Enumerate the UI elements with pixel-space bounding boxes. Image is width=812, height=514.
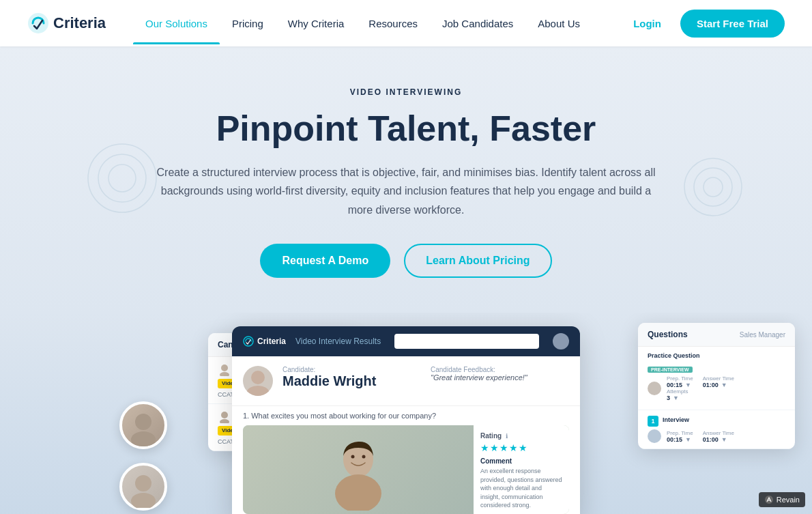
feedback-section: Candidate Feedback: "Great interview exp… — [431, 366, 569, 396]
interview-number: 1 — [648, 416, 658, 427]
nav-resources[interactable]: Resources — [356, 3, 430, 44]
rating-info-icon: ℹ — [506, 433, 508, 440]
questions-role: Sales Manager — [740, 331, 785, 339]
prep-time-group: Prep. Time 00:15 ▼ — [667, 375, 693, 388]
answer-chevron-2: ▼ — [721, 436, 727, 443]
hero-title: Pinpoint Talent, Faster — [27, 109, 785, 148]
screenshots-area: Candidate Results Sanjay Patel In Range … — [0, 313, 812, 514]
svg-point-14 — [220, 419, 229, 423]
hero-section: VIDEO INTERVIEWING Pinpoint Talent, Fast… — [0, 46, 812, 313]
rating-row: Rating ℹ — [480, 432, 562, 440]
candidate-video-image — [317, 429, 399, 511]
svg-point-12 — [220, 372, 229, 376]
candidate-avatar-1 — [218, 362, 231, 376]
decorative-circles-right — [679, 153, 747, 224]
criteria-logo-icon — [27, 12, 49, 34]
candidate-label: Candidate: — [282, 366, 421, 373]
questions-card-header: Questions Sales Manager — [638, 323, 795, 347]
answer-time-group-1: Answer Time 01:00 ▼ — [703, 375, 734, 388]
attempts-label: Attempts — [667, 388, 734, 395]
revain-icon — [764, 495, 774, 504]
comment-text: An excellent response provided, question… — [480, 467, 562, 510]
interview-label: Interview — [663, 416, 689, 423]
prep-time-chevron: ▼ — [685, 382, 691, 388]
interview-question: 1. What excites you most about working f… — [232, 405, 580, 425]
navbar: Criteria Our Solutions Pricing Why Crite… — [0, 0, 812, 46]
start-free-trial-button[interactable]: Start Free Trial — [680, 10, 785, 38]
svg-point-16 — [251, 371, 265, 384]
card-logo-text: Criteria — [257, 337, 286, 346]
prep-chevron-2: ▼ — [685, 436, 691, 443]
svg-point-15 — [244, 337, 253, 346]
svg-point-1 — [88, 144, 156, 212]
hero-description: Create a structured interview process th… — [154, 163, 658, 219]
svg-point-19 — [335, 474, 381, 511]
hero-buttons: Request A Demo Learn About Pricing — [27, 244, 785, 278]
feedback-text: "Great interview experience!" — [431, 373, 569, 382]
interview-time-row: Prep. Time 00:15 ▼ Answer Time 01:00 ▼ — [667, 430, 734, 443]
revain-label: Revain — [777, 496, 800, 504]
questions-card: Questions Sales Manager Practice Questio… — [638, 323, 795, 449]
answer-time-chevron-1: ▼ — [721, 382, 727, 388]
nav-links: Our Solutions Pricing Why Criteria Resou… — [133, 3, 625, 44]
star-rating: ★★★★★ — [480, 442, 562, 453]
nav-right-actions: Login Start Free Trial — [625, 10, 785, 38]
feedback-label: Candidate Feedback: — [431, 366, 569, 373]
answer-time-value-1: 01:00 — [703, 382, 719, 388]
answer-time-group-2: Answer Time 01:00 ▼ — [703, 430, 734, 443]
answer-time-value-2: 01:00 — [703, 436, 719, 443]
svg-point-0 — [28, 13, 48, 33]
nav-our-solutions[interactable]: Our Solutions — [133, 3, 220, 44]
attempts-group: Attempts 3 ▼ — [667, 388, 734, 401]
attempts-chevron: ▼ — [673, 395, 679, 401]
questions-title: Questions — [648, 330, 688, 339]
prep-time-label-2: Prep. Time — [667, 430, 693, 436]
request-demo-button[interactable]: Request A Demo — [260, 244, 390, 278]
card-user-avatar — [553, 333, 569, 349]
prep-time-group-2: Prep. Time 00:15 ▼ — [667, 430, 693, 443]
nav-pricing[interactable]: Pricing — [220, 3, 276, 44]
card-criteria-icon — [243, 336, 254, 347]
main-candidate-name: Maddie Wright — [282, 373, 421, 389]
card-logo: Criteria — [243, 336, 286, 347]
learn-pricing-button[interactable]: Learn About Pricing — [404, 244, 551, 278]
svg-point-11 — [221, 365, 228, 371]
card-main-header: Criteria Video Interview Results — [232, 326, 580, 356]
svg-point-20 — [351, 455, 355, 459]
svg-point-17 — [247, 386, 269, 396]
svg-point-3 — [108, 165, 136, 192]
login-button[interactable]: Login — [625, 12, 669, 35]
main-interview-card: Criteria Video Interview Results Candida… — [232, 326, 580, 514]
prep-time-value-2: 00:15 — [667, 436, 682, 443]
main-candidate-avatar — [243, 366, 273, 396]
revain-badge: Revain — [759, 492, 805, 507]
logo-text: Criteria — [53, 14, 106, 32]
hero-subtitle: VIDEO INTERVIEWING — [27, 87, 785, 97]
decorative-circles-left — [81, 137, 163, 222]
practice-time-row: Prep. Time 00:15 ▼ Answer Time 01:00 ▼ — [667, 375, 734, 388]
comment-label: Comment — [480, 457, 562, 465]
svg-point-9 — [135, 475, 151, 491]
question-item-2: 1 Interview Prep. Time 00:15 ▼ — [638, 410, 795, 449]
nav-why-criteria[interactable]: Why Criteria — [276, 3, 357, 44]
card-header-title: Video Interview Results — [295, 337, 381, 346]
video-area: Rating ℹ ★★★★★ Comment An excellent resp… — [243, 425, 569, 514]
svg-point-21 — [362, 455, 366, 459]
rating-label: Rating — [480, 432, 502, 440]
prep-time-value-1: 00:15 — [667, 382, 682, 388]
video-side-panel: Rating ℹ ★★★★★ Comment An excellent resp… — [474, 425, 569, 514]
svg-point-8 — [131, 431, 156, 446]
svg-point-13 — [221, 412, 228, 418]
nav-about-us[interactable]: About Us — [525, 3, 592, 44]
nav-job-candidates[interactable]: Job Candidates — [430, 3, 525, 44]
svg-point-6 — [704, 177, 723, 197]
answer-time-label-2: Answer Time — [703, 430, 734, 436]
card-body: Candidate: Maddie Wright Candidate Feedb… — [232, 356, 580, 405]
floating-avatar-1 — [119, 401, 167, 449]
logo[interactable]: Criteria — [27, 12, 106, 34]
floating-avatar-2 — [119, 463, 167, 511]
question-item-1: Practice Question PRE-INTERVIEW Prep. Ti… — [638, 347, 795, 410]
prep-time-label: Prep. Time — [667, 375, 693, 382]
svg-point-5 — [694, 168, 732, 206]
pre-interview-badge: PRE-INTERVIEW — [648, 367, 693, 373]
